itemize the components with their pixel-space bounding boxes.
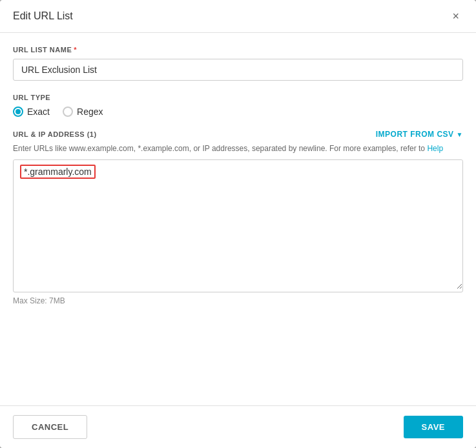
helper-text: Enter URLs like www.example.com, *.examp… [13,143,463,154]
dropdown-arrow-icon: ▼ [457,131,463,138]
radio-exact[interactable] [13,107,23,117]
dialog-footer: CANCEL SAVE [0,405,476,448]
import-csv-button[interactable]: IMPORT FROM CSV ▼ [376,130,463,139]
close-button[interactable]: × [448,9,463,23]
radio-option-regex[interactable]: Regex [63,107,103,117]
url-type-radio-group: Exact Regex [13,107,463,117]
radio-exact-label: Exact [27,107,50,117]
url-list-name-field: URL LIST NAME* [13,46,463,81]
url-ip-header: URL & IP ADDRESS (1) IMPORT FROM CSV ▼ [13,130,463,139]
save-button[interactable]: SAVE [404,416,463,438]
help-link[interactable]: Help [427,144,443,153]
radio-option-exact[interactable]: Exact [13,107,50,117]
radio-regex[interactable] [63,107,73,117]
dialog-body: URL LIST NAME* URL TYPE Exact Regex [0,33,476,405]
url-area-wrapper: *.grammarly.com *.grammarly.com [13,159,463,292]
url-type-section: URL TYPE Exact Regex [13,94,463,117]
max-size-text: Max Size: 7MB [13,296,463,305]
cancel-button[interactable]: CANCEL [13,415,87,439]
url-type-label: URL TYPE [13,94,463,101]
url-ip-label: URL & IP ADDRESS (1) [13,130,97,138]
url-textarea[interactable]: *.grammarly.com [14,160,462,289]
url-ip-field: URL & IP ADDRESS (1) IMPORT FROM CSV ▼ E… [13,130,463,305]
edit-url-list-dialog: Edit URL List × URL LIST NAME* URL TYPE … [0,0,476,448]
radio-regex-label: Regex [77,107,103,117]
url-list-name-label: URL LIST NAME* [13,46,463,54]
url-list-name-input[interactable] [13,59,463,81]
url-textarea-container: *.grammarly.com *.grammarly.com [13,159,463,292]
dialog-overlay: Edit URL List × URL LIST NAME* URL TYPE … [0,0,476,448]
required-star: * [74,46,77,54]
dialog-header: Edit URL List × [0,0,476,33]
dialog-title: Edit URL List [13,10,73,22]
